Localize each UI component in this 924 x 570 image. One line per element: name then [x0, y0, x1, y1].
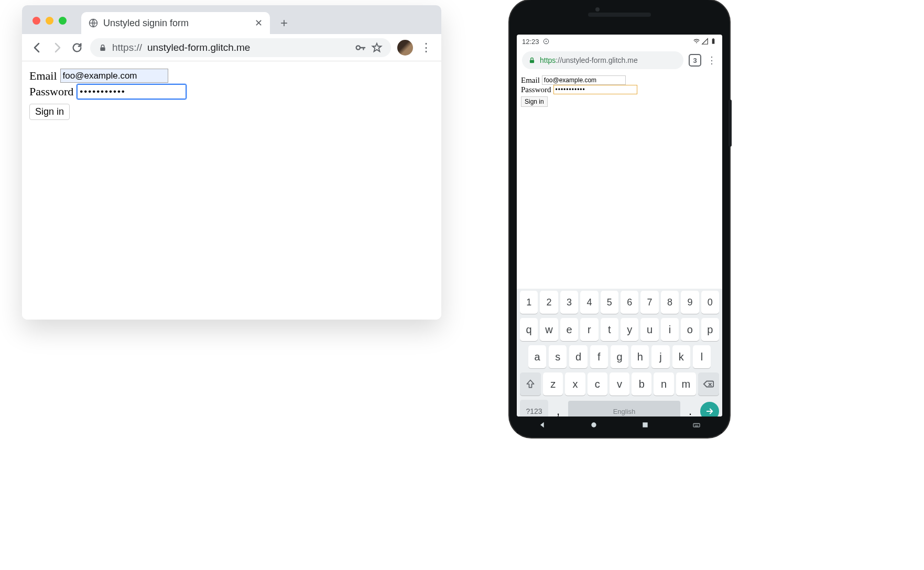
key-6[interactable]: 6 [621, 291, 638, 314]
key-x[interactable]: x [565, 372, 585, 396]
mobile-toolbar: https://unstyled-form.glitch.me 3 ⋮ [517, 48, 722, 72]
browser-tab[interactable]: Unstyled signin form ✕ [81, 12, 270, 34]
profile-avatar[interactable] [397, 40, 413, 56]
kb-row-top: qwertyuiop [517, 316, 722, 343]
phone-speaker [588, 13, 651, 17]
key-f[interactable]: f [590, 345, 608, 368]
url-scheme: https:// [112, 42, 142, 53]
mobile-address-bar[interactable]: https://unstyled-form.glitch.me [522, 51, 683, 69]
key-4[interactable]: 4 [580, 291, 598, 314]
android-navbar [517, 416, 722, 433]
nav-keyboard-button[interactable] [692, 421, 701, 429]
new-tab-button[interactable]: + [275, 14, 293, 32]
svg-rect-10 [693, 423, 700, 427]
key-v[interactable]: v [610, 372, 629, 396]
key-k[interactable]: k [672, 345, 690, 368]
key-h[interactable]: h [631, 345, 649, 368]
key-d[interactable]: d [569, 345, 587, 368]
key-b[interactable]: b [632, 372, 651, 396]
key-o[interactable]: o [681, 318, 699, 341]
key-m[interactable]: m [676, 372, 696, 396]
password-key-icon[interactable] [354, 42, 366, 53]
svg-rect-7 [530, 60, 534, 63]
back-button[interactable] [30, 41, 44, 54]
backspace-key[interactable] [698, 372, 719, 396]
status-bar: 12:23 [517, 35, 722, 48]
symbols-key[interactable]: ?123 [520, 400, 548, 416]
key-g[interactable]: g [611, 345, 628, 368]
space-key[interactable]: English [568, 401, 680, 416]
key-c[interactable]: c [588, 372, 607, 396]
key-i[interactable]: i [661, 318, 679, 341]
key-3[interactable]: 3 [560, 291, 578, 314]
signal-icon [701, 38, 709, 45]
mobile-signin-button[interactable]: Sign in [521, 96, 548, 107]
key-j[interactable]: j [651, 345, 669, 368]
key-t[interactable]: t [601, 318, 618, 341]
mobile-url: https://unstyled-form.glitch.me [540, 56, 638, 64]
mobile-password-field[interactable] [553, 85, 637, 94]
phone-camera [595, 7, 600, 12]
tab-title: Unstyled signin form [103, 18, 189, 29]
svg-point-4 [545, 41, 546, 42]
email-field[interactable] [60, 69, 168, 83]
window-minimize-button[interactable] [46, 17, 53, 25]
password-field[interactable] [77, 84, 187, 100]
period-key[interactable]: . [682, 400, 698, 416]
browser-toolbar: https://unstyled-form.glitch.me ⋮ [22, 34, 441, 61]
kb-row-mid: asdfghjkl [517, 343, 722, 370]
comma-key[interactable]: , [550, 400, 566, 416]
nav-recent-button[interactable] [641, 421, 649, 429]
key-y[interactable]: y [621, 318, 638, 341]
password-label: Password [29, 85, 73, 98]
key-e[interactable]: e [560, 318, 578, 341]
enter-key[interactable] [700, 402, 719, 416]
key-r[interactable]: r [580, 318, 598, 341]
key-z[interactable]: z [543, 372, 563, 396]
key-0[interactable]: 0 [701, 291, 719, 314]
mobile-email-label: Email [521, 76, 540, 85]
key-w[interactable]: w [540, 318, 558, 341]
key-n[interactable]: n [654, 372, 673, 396]
key-q[interactable]: q [520, 318, 538, 341]
tab-count-button[interactable]: 3 [689, 54, 701, 67]
key-a[interactable]: a [528, 345, 546, 368]
mobile-email-field[interactable] [542, 75, 626, 85]
star-icon[interactable] [371, 42, 383, 53]
key-p[interactable]: p [701, 318, 719, 341]
signin-button[interactable]: Sign in [29, 104, 70, 120]
kebab-menu[interactable]: ⋮ [419, 41, 433, 54]
key-u[interactable]: u [640, 318, 658, 341]
kb-row-bot: zxcvbnm [517, 370, 722, 398]
key-7[interactable]: 7 [640, 291, 658, 314]
wifi-icon [693, 38, 700, 45]
battery-icon [710, 38, 717, 45]
window-close-button[interactable] [32, 17, 40, 25]
key-5[interactable]: 5 [601, 291, 618, 314]
soft-keyboard: 1234567890 qwertyuiop asdfghjkl zxcvbnm … [517, 289, 722, 416]
address-bar[interactable]: https://unstyled-form.glitch.me [90, 38, 391, 57]
key-8[interactable]: 8 [661, 291, 679, 314]
window-maximize-button[interactable] [59, 17, 67, 25]
mobile-phone-frame: 12:23 https://unstyled-form.glitch.me 3 … [509, 0, 730, 437]
reload-button[interactable] [70, 41, 84, 54]
status-time: 12:23 [522, 38, 539, 46]
close-icon[interactable]: ✕ [255, 17, 263, 29]
email-label: Email [29, 69, 57, 83]
lock-icon [528, 57, 536, 64]
nav-back-button[interactable] [538, 421, 547, 429]
nav-home-button[interactable] [590, 421, 598, 429]
key-s[interactable]: s [549, 345, 567, 368]
key-1[interactable]: 1 [520, 291, 538, 314]
kb-row-numbers: 1234567890 [517, 289, 722, 316]
key-9[interactable]: 9 [681, 291, 699, 314]
key-2[interactable]: 2 [540, 291, 558, 314]
forward-button[interactable] [50, 41, 64, 54]
desktop-browser-window: Unstyled signin form ✕ + https://unstyle… [22, 5, 441, 320]
svg-rect-6 [713, 38, 714, 39]
shift-key[interactable] [520, 372, 541, 396]
key-l[interactable]: l [693, 345, 711, 368]
svg-rect-9 [643, 422, 647, 427]
globe-icon [89, 18, 98, 28]
mobile-kebab-menu[interactable]: ⋮ [706, 54, 717, 66]
